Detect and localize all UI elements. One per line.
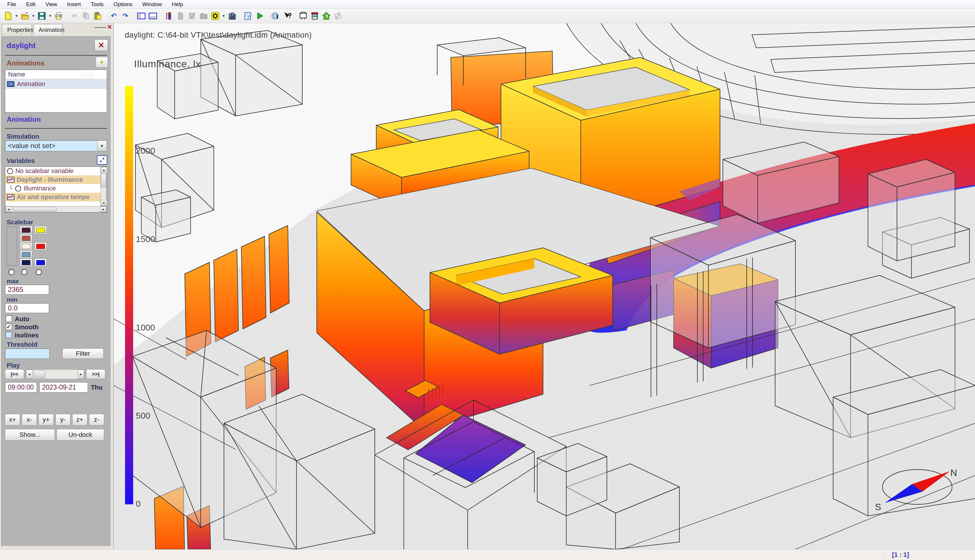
variable-item-none[interactable]: No scalebar variable bbox=[5, 167, 100, 175]
view-x-plus-button[interactable]: x+ bbox=[5, 414, 20, 425]
new-dropdown-icon[interactable]: ▼ bbox=[14, 10, 19, 22]
simulation-setup-icon[interactable] bbox=[242, 10, 254, 22]
scalebar-color-swatch[interactable] bbox=[20, 226, 32, 234]
context-help-icon[interactable]: ? bbox=[281, 10, 293, 22]
combobox-dropdown-icon[interactable]: ▼ bbox=[97, 141, 107, 151]
animation-list-item[interactable]: Animation bbox=[5, 79, 107, 89]
menu-options[interactable]: Options bbox=[109, 1, 137, 8]
menu-window[interactable]: Window bbox=[137, 1, 167, 8]
animations-list[interactable]: Name Animation bbox=[5, 70, 107, 112]
new-document-icon[interactable] bbox=[2, 10, 14, 22]
scalebar-color-swatch-blue[interactable] bbox=[35, 258, 47, 267]
scalebar-mode-radio-rainbow[interactable] bbox=[8, 269, 15, 275]
step-back-icon[interactable]: ◄ bbox=[26, 370, 32, 379]
hscroll-thumb[interactable] bbox=[13, 207, 57, 212]
show-button[interactable]: Show... bbox=[5, 429, 55, 441]
view-x-minus-button[interactable]: x- bbox=[22, 414, 37, 425]
scalebar-color-swatch[interactable] bbox=[20, 242, 32, 250]
model-tree-icon[interactable] bbox=[163, 10, 175, 22]
expand-arrows-icon bbox=[99, 157, 105, 163]
view-z-minus-button[interactable]: z- bbox=[89, 414, 104, 425]
expand-variables-button[interactable] bbox=[97, 155, 107, 165]
auto-checkbox[interactable] bbox=[5, 315, 12, 322]
view-y-plus-button[interactable]: y+ bbox=[38, 414, 54, 425]
web-info-icon[interactable]: i bbox=[270, 10, 281, 22]
rewind-button[interactable]: |<< bbox=[5, 369, 24, 379]
scalebar-mode-radio-yrb[interactable] bbox=[36, 269, 42, 275]
menu-bar: File Edit View Insert Tools Options Wind… bbox=[0, 0, 975, 9]
tab-properties[interactable]: Properties bbox=[2, 24, 32, 36]
scroll-right-icon[interactable]: ► bbox=[101, 207, 107, 212]
scalebar-mode-radio-custom[interactable] bbox=[21, 269, 27, 275]
smooth-checkbox[interactable]: ✓ bbox=[5, 323, 12, 330]
splitter-close-icon[interactable]: ✕ bbox=[107, 23, 112, 30]
min-input[interactable]: 0.0 bbox=[5, 303, 49, 313]
menu-tools[interactable]: Tools bbox=[86, 1, 109, 8]
sketch-icon[interactable] bbox=[332, 10, 344, 22]
scroll-down-icon[interactable]: ▼ bbox=[101, 200, 107, 206]
variables-vscrollbar[interactable]: ▲ ▼ bbox=[100, 167, 107, 206]
save-icon[interactable] bbox=[36, 10, 48, 22]
menu-edit[interactable]: Edit bbox=[21, 1, 41, 8]
scalebar-color-swatch-yellow[interactable] bbox=[35, 226, 47, 234]
colorbar-tick-1000: 1000 bbox=[136, 323, 155, 332]
step-forward-icon[interactable]: ► bbox=[78, 370, 84, 379]
copy-icon[interactable] bbox=[80, 10, 92, 22]
open-icon[interactable] bbox=[19, 10, 31, 22]
variable-item-air-temp[interactable]: Air and operative tempe bbox=[5, 193, 100, 202]
undo-icon[interactable]: ↶ bbox=[108, 10, 120, 22]
save-dropdown-icon[interactable]: ▼ bbox=[48, 10, 53, 22]
filter-button[interactable]: Filter bbox=[62, 348, 104, 359]
scroll-up-icon[interactable]: ▲ bbox=[101, 167, 107, 173]
close-animation-button[interactable]: ✕ bbox=[95, 39, 108, 51]
main-toolbar: ▼ ▼ ▼ ✂ ↶ ↷ ▼ i ? bbox=[0, 9, 975, 23]
simulation-combobox[interactable]: <value not set> ▼ bbox=[5, 140, 107, 151]
scroll-left-icon[interactable]: ◄ bbox=[5, 207, 11, 212]
date-input[interactable]: 2023-09-21 bbox=[39, 382, 88, 392]
variable-item-daylight-illuminance[interactable]: Daylight - Illuminance bbox=[5, 175, 100, 184]
redo-icon[interactable]: ↷ bbox=[120, 10, 131, 22]
smooth-checkbox-label: Smooth bbox=[15, 323, 38, 331]
menu-insert[interactable]: Insert bbox=[62, 1, 86, 8]
variables-list[interactable]: No scalebar variable Daylight - Illumina… bbox=[5, 167, 107, 213]
animations-list-header: Name bbox=[5, 70, 107, 79]
settings-gear-icon[interactable] bbox=[209, 10, 221, 22]
schematic-board-icon[interactable] bbox=[297, 10, 309, 22]
menu-view[interactable]: View bbox=[40, 1, 62, 8]
settings-dropdown-icon[interactable]: ▼ bbox=[221, 10, 226, 22]
menu-file[interactable]: File bbox=[2, 1, 21, 8]
fast-forward-button[interactable]: >>| bbox=[86, 369, 105, 379]
variable-item-illuminance[interactable]: └ Illuminance bbox=[5, 184, 100, 193]
undock-button[interactable]: Un-dock bbox=[57, 429, 104, 441]
vscroll-thumb[interactable] bbox=[101, 174, 106, 187]
view-z-plus-button[interactable]: z+ bbox=[72, 414, 87, 425]
3d-viewport-canvas[interactable]: N S Illuminance, lx 2000 1500 1000 500 0 bbox=[114, 23, 975, 549]
splitter-collapse-handle[interactable]: ✕ bbox=[95, 24, 112, 31]
building-bodies-icon[interactable] bbox=[309, 10, 321, 22]
scalebar-color-swatch[interactable] bbox=[20, 234, 32, 242]
site-home-icon[interactable] bbox=[321, 10, 332, 22]
cut-icon[interactable]: ✂ bbox=[69, 10, 80, 22]
open-dropdown-icon[interactable]: ▼ bbox=[31, 10, 36, 22]
split-horizontal-icon[interactable] bbox=[147, 10, 159, 22]
run-simulation-icon[interactable] bbox=[254, 10, 266, 22]
time-scroll-thumb[interactable] bbox=[33, 370, 45, 378]
isolines-checkbox[interactable] bbox=[5, 332, 12, 338]
max-input[interactable]: 2365 bbox=[5, 285, 49, 295]
view-y-minus-button[interactable]: y- bbox=[55, 414, 70, 425]
threshold-input[interactable] bbox=[5, 348, 50, 359]
print-icon[interactable] bbox=[53, 10, 64, 22]
tab-animation[interactable]: Animation bbox=[33, 24, 63, 36]
variables-hscrollbar[interactable]: ◄ ► bbox=[5, 206, 107, 212]
paste-icon[interactable] bbox=[92, 10, 104, 22]
scalebar-preset-rainbow[interactable] bbox=[7, 227, 17, 265]
menu-help[interactable]: Help bbox=[167, 1, 188, 8]
reports-icon[interactable] bbox=[226, 10, 238, 22]
scalebar-color-swatch-red[interactable] bbox=[35, 242, 47, 250]
time-input[interactable]: 09:00:00 bbox=[5, 382, 37, 392]
split-vertical-icon[interactable] bbox=[135, 10, 147, 22]
add-animation-button[interactable]: + bbox=[96, 57, 108, 68]
scalebar-color-swatch[interactable] bbox=[20, 258, 32, 267]
scalebar-color-swatch[interactable] bbox=[20, 250, 32, 258]
time-scrollbar[interactable]: ◄ ► bbox=[26, 369, 84, 379]
